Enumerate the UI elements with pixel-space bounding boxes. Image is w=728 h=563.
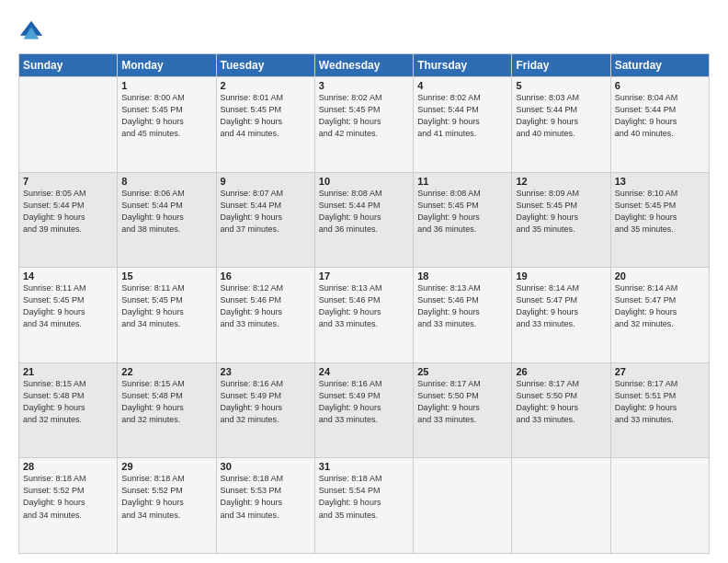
day-number: 3 bbox=[319, 80, 409, 91]
calendar-cell: 7Sunrise: 8:05 AMSunset: 5:44 PMDaylight… bbox=[19, 172, 118, 268]
header-day-wednesday: Wednesday bbox=[314, 54, 413, 77]
header-day-saturday: Saturday bbox=[610, 54, 709, 77]
calendar-cell: 25Sunrise: 8:17 AMSunset: 5:50 PMDayligh… bbox=[414, 362, 512, 458]
calendar-cell: 22Sunrise: 8:15 AMSunset: 5:48 PMDayligh… bbox=[118, 362, 216, 458]
calendar-cell bbox=[610, 458, 709, 554]
day-number: 6 bbox=[615, 80, 705, 91]
day-number: 8 bbox=[121, 176, 211, 187]
header-day-thursday: Thursday bbox=[414, 54, 512, 77]
day-number: 10 bbox=[319, 176, 409, 187]
header-day-sunday: Sunday bbox=[19, 54, 118, 77]
day-number: 13 bbox=[615, 176, 705, 187]
day-info: Sunrise: 8:17 AMSunset: 5:51 PMDaylight:… bbox=[615, 378, 705, 426]
calendar-cell: 4Sunrise: 8:02 AMSunset: 5:44 PMDaylight… bbox=[414, 77, 512, 173]
day-number: 12 bbox=[516, 176, 606, 187]
day-info: Sunrise: 8:18 AMSunset: 5:53 PMDaylight:… bbox=[221, 473, 311, 521]
calendar-week-1: 7Sunrise: 8:05 AMSunset: 5:44 PMDaylight… bbox=[19, 172, 710, 268]
calendar-cell: 24Sunrise: 8:16 AMSunset: 5:49 PMDayligh… bbox=[314, 362, 413, 458]
day-info: Sunrise: 8:08 AMSunset: 5:44 PMDaylight:… bbox=[319, 188, 409, 236]
calendar-cell bbox=[19, 77, 118, 173]
header-day-tuesday: Tuesday bbox=[216, 54, 314, 77]
calendar-cell: 29Sunrise: 8:18 AMSunset: 5:52 PMDayligh… bbox=[118, 458, 216, 554]
day-number: 22 bbox=[121, 366, 211, 377]
calendar-cell: 12Sunrise: 8:09 AMSunset: 5:45 PMDayligh… bbox=[512, 172, 610, 268]
day-number: 9 bbox=[221, 176, 311, 187]
day-number: 14 bbox=[23, 270, 113, 282]
calendar-cell: 10Sunrise: 8:08 AMSunset: 5:44 PMDayligh… bbox=[314, 172, 413, 268]
calendar-cell: 30Sunrise: 8:18 AMSunset: 5:53 PMDayligh… bbox=[216, 458, 314, 554]
day-number: 2 bbox=[221, 80, 311, 91]
day-number: 19 bbox=[516, 270, 606, 282]
calendar-table: SundayMondayTuesdayWednesdayThursdayFrid… bbox=[18, 53, 710, 554]
day-number: 31 bbox=[319, 461, 409, 472]
day-info: Sunrise: 8:09 AMSunset: 5:45 PMDaylight:… bbox=[516, 188, 606, 236]
day-info: Sunrise: 8:14 AMSunset: 5:47 PMDaylight:… bbox=[516, 282, 606, 330]
calendar-cell: 19Sunrise: 8:14 AMSunset: 5:47 PMDayligh… bbox=[512, 268, 610, 363]
day-number: 17 bbox=[319, 270, 409, 282]
day-number: 25 bbox=[417, 366, 507, 377]
calendar-cell: 18Sunrise: 8:13 AMSunset: 5:46 PMDayligh… bbox=[414, 268, 512, 363]
calendar-cell: 28Sunrise: 8:18 AMSunset: 5:52 PMDayligh… bbox=[19, 458, 118, 554]
day-number: 18 bbox=[417, 270, 507, 282]
calendar-cell bbox=[512, 458, 610, 554]
day-info: Sunrise: 8:14 AMSunset: 5:47 PMDaylight:… bbox=[615, 282, 705, 330]
day-info: Sunrise: 8:02 AMSunset: 5:45 PMDaylight:… bbox=[319, 92, 409, 140]
day-info: Sunrise: 8:13 AMSunset: 5:46 PMDaylight:… bbox=[319, 282, 409, 330]
day-info: Sunrise: 8:01 AMSunset: 5:45 PMDaylight:… bbox=[221, 92, 311, 140]
day-info: Sunrise: 8:00 AMSunset: 5:45 PMDaylight:… bbox=[121, 92, 211, 140]
header bbox=[18, 17, 710, 44]
calendar-week-4: 28Sunrise: 8:18 AMSunset: 5:52 PMDayligh… bbox=[19, 458, 710, 554]
calendar-cell: 23Sunrise: 8:16 AMSunset: 5:49 PMDayligh… bbox=[216, 362, 314, 458]
page: SundayMondayTuesdayWednesdayThursdayFrid… bbox=[0, 0, 728, 563]
calendar-week-3: 21Sunrise: 8:15 AMSunset: 5:48 PMDayligh… bbox=[19, 362, 710, 458]
day-info: Sunrise: 8:10 AMSunset: 5:45 PMDaylight:… bbox=[615, 188, 705, 236]
day-number: 29 bbox=[121, 461, 211, 472]
calendar-cell: 5Sunrise: 8:03 AMSunset: 5:44 PMDaylight… bbox=[512, 77, 610, 173]
day-number: 15 bbox=[121, 270, 211, 282]
day-number: 21 bbox=[23, 366, 113, 377]
logo bbox=[18, 20, 46, 44]
calendar-cell: 21Sunrise: 8:15 AMSunset: 5:48 PMDayligh… bbox=[19, 362, 118, 458]
calendar-cell: 20Sunrise: 8:14 AMSunset: 5:47 PMDayligh… bbox=[610, 268, 709, 363]
day-number: 5 bbox=[516, 80, 606, 91]
day-number: 11 bbox=[417, 176, 507, 187]
header-day-monday: Monday bbox=[118, 54, 216, 77]
day-number: 23 bbox=[221, 366, 311, 377]
calendar-cell: 2Sunrise: 8:01 AMSunset: 5:45 PMDaylight… bbox=[216, 77, 314, 173]
day-number: 7 bbox=[23, 176, 113, 187]
day-info: Sunrise: 8:15 AMSunset: 5:48 PMDaylight:… bbox=[23, 378, 113, 426]
day-info: Sunrise: 8:02 AMSunset: 5:44 PMDaylight:… bbox=[417, 92, 507, 140]
day-info: Sunrise: 8:07 AMSunset: 5:44 PMDaylight:… bbox=[221, 188, 311, 236]
day-info: Sunrise: 8:03 AMSunset: 5:44 PMDaylight:… bbox=[516, 92, 606, 140]
day-number: 28 bbox=[23, 461, 113, 472]
calendar-week-2: 14Sunrise: 8:11 AMSunset: 5:45 PMDayligh… bbox=[19, 268, 710, 363]
day-info: Sunrise: 8:11 AMSunset: 5:45 PMDaylight:… bbox=[121, 282, 211, 330]
day-number: 16 bbox=[221, 270, 311, 282]
calendar-cell: 8Sunrise: 8:06 AMSunset: 5:44 PMDaylight… bbox=[118, 172, 216, 268]
day-number: 4 bbox=[417, 80, 507, 91]
header-day-friday: Friday bbox=[512, 54, 610, 77]
day-info: Sunrise: 8:18 AMSunset: 5:54 PMDaylight:… bbox=[319, 473, 409, 521]
day-number: 26 bbox=[516, 366, 606, 377]
day-number: 20 bbox=[615, 270, 705, 282]
day-info: Sunrise: 8:17 AMSunset: 5:50 PMDaylight:… bbox=[516, 378, 606, 426]
day-info: Sunrise: 8:08 AMSunset: 5:45 PMDaylight:… bbox=[417, 188, 507, 236]
day-info: Sunrise: 8:12 AMSunset: 5:46 PMDaylight:… bbox=[221, 282, 311, 330]
calendar-cell: 9Sunrise: 8:07 AMSunset: 5:44 PMDaylight… bbox=[216, 172, 314, 268]
calendar-cell: 26Sunrise: 8:17 AMSunset: 5:50 PMDayligh… bbox=[512, 362, 610, 458]
calendar-cell bbox=[414, 458, 512, 554]
logo-icon bbox=[18, 18, 44, 44]
day-info: Sunrise: 8:15 AMSunset: 5:48 PMDaylight:… bbox=[121, 378, 211, 426]
calendar-cell: 14Sunrise: 8:11 AMSunset: 5:45 PMDayligh… bbox=[19, 268, 118, 363]
day-info: Sunrise: 8:16 AMSunset: 5:49 PMDaylight:… bbox=[319, 378, 409, 426]
calendar-cell: 15Sunrise: 8:11 AMSunset: 5:45 PMDayligh… bbox=[118, 268, 216, 363]
day-number: 27 bbox=[615, 366, 705, 377]
calendar-cell: 31Sunrise: 8:18 AMSunset: 5:54 PMDayligh… bbox=[314, 458, 413, 554]
calendar-cell: 16Sunrise: 8:12 AMSunset: 5:46 PMDayligh… bbox=[216, 268, 314, 363]
day-number: 1 bbox=[121, 80, 211, 91]
day-info: Sunrise: 8:17 AMSunset: 5:50 PMDaylight:… bbox=[417, 378, 507, 426]
day-info: Sunrise: 8:18 AMSunset: 5:52 PMDaylight:… bbox=[23, 473, 113, 521]
calendar-cell: 3Sunrise: 8:02 AMSunset: 5:45 PMDaylight… bbox=[314, 77, 413, 173]
day-number: 30 bbox=[221, 461, 311, 472]
calendar-cell: 1Sunrise: 8:00 AMSunset: 5:45 PMDaylight… bbox=[118, 77, 216, 173]
